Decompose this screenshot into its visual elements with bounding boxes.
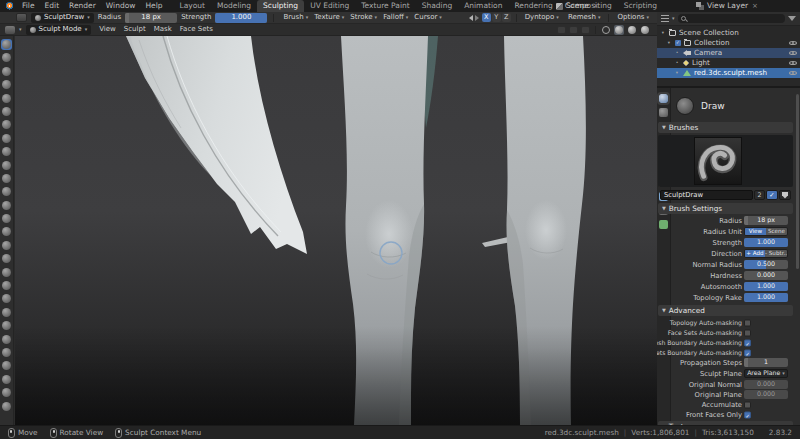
editor-type-icon[interactable]	[5, 26, 15, 34]
autosmooth-slider[interactable]: 1.000	[744, 282, 788, 291]
mirror-axis-toggle[interactable]: Y	[492, 13, 501, 22]
shading-rendered-icon[interactable]	[641, 26, 649, 34]
xray-toggle-icon[interactable]	[581, 26, 590, 34]
workspace-tab[interactable]: Rendering	[508, 0, 558, 12]
filter-icon[interactable]	[788, 16, 796, 21]
brushes-panel-header[interactable]: ▼ Brushes	[658, 122, 793, 133]
expand-icon[interactable]: ▾	[674, 71, 680, 76]
topology-rake-slider[interactable]: 1.000	[744, 293, 788, 302]
segment-option[interactable]: Scene	[766, 228, 787, 235]
eye-icon[interactable]	[789, 50, 797, 56]
flatten-tool[interactable]	[1, 173, 12, 184]
draw-brush-tool[interactable]	[1, 39, 12, 50]
mask-tool[interactable]	[1, 387, 12, 398]
normal-radius-slider[interactable]: 0.500	[744, 260, 788, 269]
brush-selector[interactable]: SculptDraw ▾	[31, 13, 94, 23]
elastic-deform-tool[interactable]	[1, 253, 12, 264]
menu-item[interactable]: Help	[140, 0, 167, 12]
fill-tool[interactable]	[1, 186, 12, 197]
shading-material-preview-icon[interactable]	[628, 26, 636, 34]
header-dropdown[interactable]: Brush ▾	[280, 14, 311, 21]
workspace-tab[interactable]: Shading	[416, 0, 458, 12]
checkbox[interactable]	[744, 340, 751, 347]
header-dropdown[interactable]: Stroke ▾	[347, 14, 380, 21]
expand-icon[interactable]: ▾	[666, 41, 672, 46]
radius-slider[interactable]: 18 px	[744, 216, 788, 225]
viewport-menu-item[interactable]: Face Sets	[176, 26, 217, 33]
layer-tool[interactable]	[1, 106, 12, 117]
outliner-row-camera[interactable]: • Camera	[657, 48, 800, 58]
menu-item[interactable]: File	[17, 0, 40, 12]
header-dropdown[interactable]: Cursor ▾	[411, 14, 445, 21]
snake-hook-tool[interactable]	[1, 267, 12, 278]
crease-tool[interactable]	[1, 146, 12, 157]
strength-slider[interactable]: 1.000	[215, 13, 267, 23]
active-tool-tab[interactable]	[659, 94, 668, 103]
scrape-tool[interactable]	[1, 200, 12, 211]
thumb-tool[interactable]	[1, 280, 12, 291]
pinch-tool[interactable]	[1, 226, 12, 237]
mirror-axis-toggle[interactable]: X	[482, 13, 491, 22]
outliner-editor-icon[interactable]	[661, 15, 669, 22]
boundary-tool[interactable]	[1, 347, 12, 358]
header-dropdown[interactable]: Falloff ▾	[380, 14, 411, 21]
shading-wireframe-icon[interactable]	[602, 26, 610, 34]
checkbox[interactable]	[744, 330, 751, 337]
brush-thumbnail[interactable]	[694, 137, 742, 185]
outliner-row-light[interactable]: • Light	[657, 58, 800, 68]
pose-tool[interactable]	[1, 293, 12, 304]
protect-toggle[interactable]	[779, 190, 791, 200]
mirror-axis-toggle[interactable]: Z	[502, 13, 511, 22]
draw-sharp-tool[interactable]	[1, 52, 12, 63]
segment-option[interactable]: - Subtr..	[765, 250, 787, 257]
viewport-menu-item[interactable]: Mask	[150, 26, 176, 33]
expand-icon[interactable]: ▾	[660, 31, 666, 36]
sculpt-plane-dropdown[interactable]: Area Plane ▾	[744, 369, 788, 378]
scene-selector[interactable]: Scene ×	[556, 0, 600, 12]
workspace-tab[interactable]: Scripting	[618, 0, 663, 12]
properties-scrollbar[interactable]	[796, 94, 799, 269]
mode-selector[interactable]: Sculpt Mode ▾	[26, 25, 92, 35]
workspace-tab[interactable]: Sculpting	[257, 0, 304, 12]
original-plane-slider[interactable]: 0.000	[744, 390, 788, 399]
blob-tool[interactable]	[1, 133, 12, 144]
render-tab[interactable]	[659, 108, 668, 117]
outliner-search-input[interactable]	[678, 14, 785, 23]
scene-unlink-button[interactable]: ×	[592, 3, 600, 10]
viewport-canvas[interactable]	[15, 36, 657, 425]
workspace-tab[interactable]: Modeling	[211, 0, 257, 12]
rotate-tool[interactable]	[1, 320, 12, 331]
overlays-icon[interactable]	[569, 26, 578, 34]
draw-face-sets-tool[interactable]	[1, 401, 12, 412]
clay-thumb-tool[interactable]	[1, 93, 12, 104]
menu-item[interactable]: Render	[64, 0, 101, 12]
remesh-dropdown[interactable]: Remesh ▾	[565, 14, 604, 21]
segment-option[interactable]: + Add	[745, 250, 765, 257]
nudge-tool[interactable]	[1, 307, 12, 318]
gizmo-icon[interactable]	[557, 26, 566, 34]
radius-slider[interactable]: 18 px	[125, 13, 177, 23]
eye-icon[interactable]	[789, 70, 797, 76]
original-normal-slider[interactable]: 0.000	[744, 380, 788, 389]
dyntopo-dropdown[interactable]: Dyntopo ▾	[522, 14, 562, 21]
workspace-tab[interactable]: UV Editing	[304, 0, 355, 12]
workspace-tab[interactable]: Layout	[173, 0, 211, 12]
fake-user-toggle[interactable]: ✓	[766, 190, 778, 200]
outliner-row-sculpt-mesh[interactable]: ▾ red.3dc.sculpt.mesh	[657, 68, 800, 78]
inflate-tool[interactable]	[1, 119, 12, 130]
header-dropdown[interactable]: Texture ▾	[311, 14, 347, 21]
propagation-steps-slider[interactable]: 1	[744, 358, 788, 367]
brush-settings-panel-header[interactable]: ▼ Brush Settings	[658, 203, 793, 214]
eye-icon[interactable]	[789, 60, 797, 66]
front-faces-only-checkbox[interactable]	[744, 412, 751, 419]
clay-tool[interactable]	[1, 66, 12, 77]
menu-item[interactable]: Window	[101, 0, 141, 12]
slide-relax-tool[interactable]	[1, 334, 12, 345]
workspace-tab[interactable]: Animation	[458, 0, 508, 12]
simplify-tool[interactable]	[1, 374, 12, 385]
active-tool-icon[interactable]	[16, 13, 27, 22]
outliner-row-scene-collection[interactable]: ▾ Scene Collection	[657, 28, 800, 38]
brush-name-field[interactable]: SculptDraw	[660, 190, 753, 200]
workspace-tab[interactable]: Texture Paint	[355, 0, 415, 12]
checkbox[interactable]	[744, 350, 751, 357]
